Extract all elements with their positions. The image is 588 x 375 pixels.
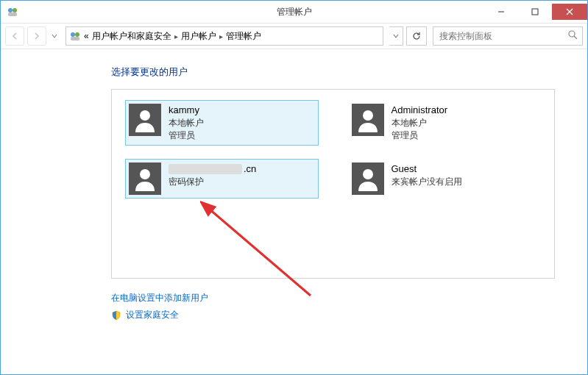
breadcrumb-prefix[interactable]: « xyxy=(84,31,89,41)
breadcrumb-1[interactable]: 用户帐户和家庭安全 xyxy=(92,30,171,43)
user-type: 密码保护 xyxy=(169,176,279,188)
user-role: 管理员 xyxy=(169,129,204,142)
user-name: .cn xyxy=(169,162,279,176)
user-type: 本地帐户 xyxy=(169,117,204,129)
svg-line-16 xyxy=(209,209,311,296)
close-button[interactable] xyxy=(552,4,587,20)
user-card-obscured[interactable]: .cn 密码保护 xyxy=(125,159,319,199)
breadcrumb-2[interactable]: 用户帐户 xyxy=(181,30,216,43)
svg-point-10 xyxy=(569,31,575,37)
maximize-button[interactable] xyxy=(518,4,552,20)
user-name: Administrator xyxy=(392,104,448,117)
svg-point-0 xyxy=(8,8,13,12)
address-dropdown-button[interactable] xyxy=(389,26,403,46)
user-type: 本地帐户 xyxy=(392,117,448,129)
titlebar: 管理帐户 xyxy=(1,1,587,24)
user-role: 管理员 xyxy=(392,129,448,142)
user-info: .cn 密码保护 xyxy=(169,162,279,188)
svg-point-7 xyxy=(71,32,75,37)
recent-locations-button[interactable] xyxy=(49,33,60,39)
navbar: « 用户帐户和家庭安全 ▸ 用户帐户 ▸ 管理帐户 xyxy=(1,24,587,49)
svg-rect-4 xyxy=(532,9,538,15)
user-grid: kammy 本地帐户 管理员 Administrator 本地帐户 管理员 xyxy=(125,100,541,199)
search-icon[interactable] xyxy=(568,30,578,42)
window-controls xyxy=(484,4,587,20)
annotation-arrow-icon xyxy=(200,200,318,303)
svg-line-11 xyxy=(574,36,577,39)
user-name: kammy xyxy=(169,104,204,117)
user-name: Guest xyxy=(392,162,462,176)
user-card-administrator[interactable]: Administrator 本地帐户 管理员 xyxy=(348,100,542,146)
app-icon xyxy=(7,6,18,18)
svg-point-12 xyxy=(140,110,150,121)
footer-links: 在电脑设置中添加新用户 设置家庭安全 xyxy=(111,292,555,321)
chevron-right-icon[interactable]: ▸ xyxy=(219,32,223,40)
avatar-icon xyxy=(352,162,384,195)
address-bar[interactable]: « 用户帐户和家庭安全 ▸ 用户帐户 ▸ 管理帐户 xyxy=(65,26,383,46)
svg-point-8 xyxy=(75,32,79,37)
shield-icon xyxy=(111,310,121,321)
svg-point-1 xyxy=(13,8,17,12)
family-safety-link-label: 设置家庭安全 xyxy=(126,309,179,321)
avatar-icon xyxy=(129,162,161,195)
back-button[interactable] xyxy=(5,26,24,46)
svg-rect-2 xyxy=(8,12,17,16)
users-icon xyxy=(69,30,81,42)
avatar-icon xyxy=(129,104,161,136)
user-type: 来宾帐户没有启用 xyxy=(392,176,462,188)
add-user-link-label: 在电脑设置中添加新用户 xyxy=(111,292,208,304)
refresh-button[interactable] xyxy=(406,26,427,46)
avatar-icon xyxy=(352,104,384,136)
user-card-kammy[interactable]: kammy 本地帐户 管理员 xyxy=(125,100,319,146)
user-list-box: kammy 本地帐户 管理员 Administrator 本地帐户 管理员 xyxy=(111,89,555,279)
svg-rect-9 xyxy=(71,37,79,40)
obscured-text xyxy=(169,164,242,174)
user-info: Guest 来宾帐户没有启用 xyxy=(392,162,462,188)
user-info: kammy 本地帐户 管理员 xyxy=(169,104,204,142)
svg-point-14 xyxy=(140,169,150,179)
search-box[interactable] xyxy=(433,26,583,46)
content-area: 选择要更改的用户 kammy 本地帐户 管理员 Administrator xyxy=(1,49,587,374)
family-safety-link[interactable]: 设置家庭安全 xyxy=(111,309,555,321)
svg-point-15 xyxy=(363,169,373,179)
forward-button[interactable] xyxy=(27,26,46,46)
breadcrumb-3[interactable]: 管理帐户 xyxy=(226,30,261,43)
chevron-right-icon[interactable]: ▸ xyxy=(174,32,178,40)
user-card-guest[interactable]: Guest 来宾帐户没有启用 xyxy=(348,159,542,199)
user-name-suffix: .cn xyxy=(244,162,256,176)
minimize-button[interactable] xyxy=(484,4,518,20)
user-info: Administrator 本地帐户 管理员 xyxy=(392,104,448,142)
search-input[interactable] xyxy=(438,30,568,42)
window: 管理帐户 « 用户帐户和家庭安全 ▸ 用户帐户 ▸ 管理帐户 选择要更改的用户 xyxy=(0,0,588,375)
add-user-link[interactable]: 在电脑设置中添加新用户 xyxy=(111,292,555,304)
page-heading: 选择要更改的用户 xyxy=(111,65,555,79)
svg-point-13 xyxy=(363,110,373,121)
